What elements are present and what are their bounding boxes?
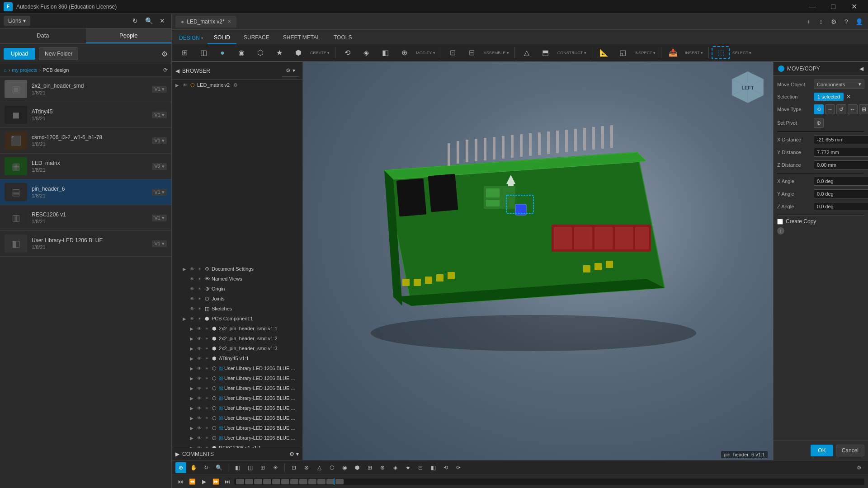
light-icon[interactable]: ☀ [203, 345, 210, 352]
fillet-button[interactable]: ◈ [357, 47, 375, 58]
settings-button[interactable]: ⚙ [161, 50, 168, 58]
comments-collapse[interactable]: ▶ [175, 451, 179, 457]
visibility-icon[interactable]: 👁 [189, 276, 195, 282]
visibility-icon[interactable]: 👁 [196, 435, 203, 441]
tb-btn7[interactable]: ⊞ [364, 462, 375, 473]
tb-btn12[interactable]: ◧ [428, 462, 439, 473]
expand-icon[interactable]: ▶ [181, 265, 188, 272]
expand-icon[interactable]: ▶ [188, 365, 195, 372]
tab-people[interactable]: People [86, 28, 172, 43]
tree-item-12[interactable]: ▶ 👁 ☀ ⬡ ⛓ User Library-LED 1206 BLUE ... [172, 383, 302, 393]
visibility-icon[interactable]: 👁 [196, 385, 203, 391]
light-icon[interactable]: ☀ [203, 445, 210, 448]
tb-btn11[interactable]: ⊟ [415, 462, 426, 473]
project-item-p4[interactable]: ▦ LED_matrix 1/8/21 V2 ▾ [0, 154, 171, 179]
expand-icon[interactable]: ▶ [188, 434, 195, 441]
upload-button[interactable]: Upload [4, 48, 35, 60]
visibility-icon[interactable]: 👁 [196, 355, 203, 361]
3d-viewport[interactable]: LEFT pin_header_6 v1:1 [303, 62, 773, 460]
x-angle-input[interactable] [814, 177, 868, 186]
visibility-icon[interactable]: 👁 [196, 415, 203, 421]
light-icon[interactable]: ☀ [203, 405, 210, 411]
panel-collapse-button[interactable]: ◀ [859, 66, 863, 72]
browser-settings-button[interactable]: ⚙ [286, 67, 291, 74]
close-panel-button[interactable]: ✕ [157, 15, 168, 26]
project-item-p1[interactable]: ▣ 2x2_pin_header_smd 1/8/21 V1 ▾ [0, 76, 171, 102]
light-icon[interactable]: ☀ [203, 335, 210, 342]
help-button[interactable]: ? [841, 16, 852, 27]
new-folder-button[interactable]: New Folder [39, 47, 78, 60]
tree-item-5[interactable]: ▶ 👁 ☀ ⬢ PCB Component:1 [172, 314, 302, 324]
expand-icon[interactable]: ▶ [188, 404, 195, 412]
expand-icon[interactable] [181, 295, 188, 302]
cancel-button[interactable]: Cancel [836, 445, 864, 456]
visibility-icon[interactable]: 👁 [196, 425, 203, 431]
breadcrumb-my-projects[interactable]: my projects [12, 67, 37, 73]
visibility-icon[interactable]: 👁 [189, 266, 195, 272]
visibility-icon[interactable]: 👁 [196, 345, 203, 352]
visibility-icon[interactable]: 👁 [196, 405, 203, 411]
expand-icon[interactable]: ▶ [188, 355, 195, 362]
light-icon[interactable]: ☀ [203, 325, 210, 332]
maximize-button[interactable]: □ [823, 0, 844, 14]
zoom-button[interactable]: 🔍 [213, 462, 224, 473]
expand-icon[interactable]: ▶ [188, 394, 195, 402]
tree-item-7[interactable]: ▶ 👁 ☀ ⬢ 2x2_pin_header_smd v1:2 [172, 333, 302, 343]
move-type-other[interactable]: ⊞ [859, 104, 868, 114]
tree-item-1[interactable]: 👁 ☀ 👁 Named Views [172, 274, 302, 284]
visibility-icon[interactable]: 👁 [196, 335, 203, 342]
minimize-button[interactable]: — [802, 0, 823, 14]
new-component-button[interactable]: ⊞ [175, 47, 193, 58]
ok-button[interactable]: OK [811, 445, 833, 456]
expand-icon[interactable]: ▶ [188, 375, 195, 382]
y-distance-input[interactable] [814, 148, 868, 157]
tb-btn8[interactable]: ⊕ [377, 462, 388, 473]
comments-settings[interactable]: ⚙ [289, 451, 294, 457]
light-icon[interactable]: ☀ [203, 435, 210, 441]
expand-icon[interactable] [181, 285, 188, 292]
z-angle-input[interactable] [814, 202, 868, 211]
select-mode-button[interactable]: ⊕ [175, 462, 186, 473]
close-button[interactable]: ✕ [844, 0, 864, 14]
timeline-play-button[interactable]: ▶ [199, 477, 209, 487]
tree-item-18[interactable]: ▶ 👁 ☀ ⬢ RESC1206 v1 v1:1 [172, 443, 302, 448]
tree-item-10[interactable]: ▶ 👁 ☀ ⬡ ⛓ User Library-LED 1206 BLUE ... [172, 363, 302, 373]
project-item-p7[interactable]: ◧ User Library-LED 1206 BLUE 1/8/21 V1 ▾ [0, 231, 171, 257]
tab-data[interactable]: Data [0, 28, 86, 43]
sphere-button[interactable]: ◉ [232, 47, 250, 58]
inspect-btn2[interactable]: ◱ [614, 47, 632, 58]
tree-item-6[interactable]: ▶ 👁 ☀ ⬢ 2x2_pin_header_smd v1:1 [172, 324, 302, 333]
doc-tab[interactable]: ● LED_matrix v2* ✕ [175, 16, 236, 28]
light-icon[interactable]: ☀ [203, 365, 210, 371]
timeline-end-button[interactable]: ⏭ [222, 477, 232, 487]
timeline-next-button[interactable]: ⏩ [211, 477, 221, 487]
expand-icon[interactable]: ▶ [188, 414, 195, 422]
visibility-icon[interactable]: 👁 [196, 395, 203, 401]
cube-navigator[interactable]: LEFT [730, 69, 766, 105]
coil-button[interactable]: ★ [270, 47, 288, 58]
set-pivot-button[interactable]: ⊕ [814, 118, 824, 128]
visibility-icon[interactable]: 👁 [196, 365, 203, 371]
comments-expand[interactable]: ▾ [296, 451, 299, 457]
move-type-scale[interactable]: ↔ [848, 104, 858, 114]
pan-button[interactable]: ✋ [188, 462, 199, 473]
torus-button[interactable]: ⬡ [251, 47, 269, 58]
tree-item-0[interactable]: ▶ 👁 ☀ ⚙ Document Settings [172, 264, 302, 274]
move-type-along-x[interactable]: → [825, 104, 835, 114]
project-item-p2[interactable]: ◼ ATtiny45 1/8/21 V1 ▾ [0, 102, 171, 128]
move-type-free[interactable]: ⟲ [814, 104, 824, 114]
new-tab-button[interactable]: + [803, 16, 814, 27]
tree-item-8[interactable]: ▶ 👁 ☀ ⬢ 2x2_pin_header_smd v1:3 [172, 343, 302, 353]
shell-button[interactable]: ⊕ [395, 47, 413, 58]
tree-item-13[interactable]: ▶ 👁 ☀ ⬡ ⛓ User Library-LED 1206 BLUE ... [172, 393, 302, 403]
selection-button[interactable]: 1 selected [814, 93, 844, 101]
tb-btn10[interactable]: ★ [402, 462, 413, 473]
select-btn1[interactable]: ⬚ [712, 46, 730, 59]
visibility-icon[interactable]: 👁 [189, 286, 195, 292]
info-icon[interactable]: i [777, 227, 784, 235]
light-icon[interactable]: ☀ [203, 415, 210, 421]
light-icon[interactable]: ☀ [196, 286, 203, 292]
timeline-track[interactable] [234, 479, 864, 485]
insert-btn1[interactable]: 📥 [664, 47, 682, 58]
expand-icon[interactable] [181, 275, 188, 282]
